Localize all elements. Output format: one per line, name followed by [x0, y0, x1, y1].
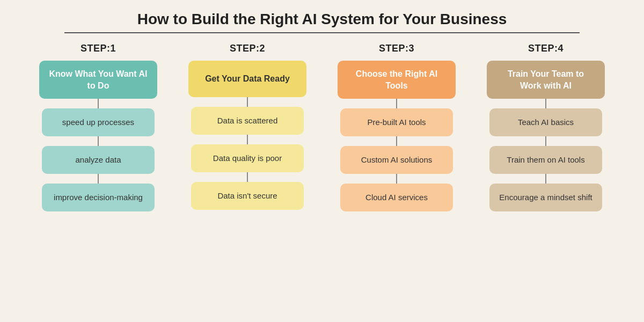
- step-main-box-3: Choose the Right AI Tools: [338, 61, 456, 99]
- connector-2-1: [247, 135, 248, 144]
- step-sub-box-4-1: Train them on AI tools: [489, 146, 602, 174]
- connector-3-0: [396, 99, 397, 108]
- step-sub-box-2-0: Data is scattered: [191, 107, 304, 135]
- step-label-2: STEP:2: [230, 43, 265, 54]
- connector-3-2: [396, 174, 397, 184]
- connector-1-2: [98, 174, 99, 184]
- step-main-box-1: Know What You Want AI to Do: [39, 61, 157, 99]
- step-column-4: STEP:4Train Your Team to Work with AITea…: [476, 43, 616, 211]
- step-sub-box-1-0: speed up processes: [42, 108, 155, 136]
- step-sub-box-2-1: Data quality is poor: [191, 144, 304, 172]
- step-label-4: STEP:4: [528, 43, 564, 54]
- step-sub-box-4-0: Teach AI basics: [489, 108, 602, 136]
- step-column-1: STEP:1Know What You Want AI to Dospeed u…: [28, 43, 168, 211]
- step-label-3: STEP:3: [379, 43, 414, 54]
- connector-1-0: [98, 99, 99, 108]
- step-sub-box-4-2: Encourage a mindset shift: [489, 184, 602, 211]
- connector-3-1: [396, 136, 397, 146]
- page-title: How to Build the Right AI System for You…: [137, 11, 507, 28]
- connector-2-0: [247, 97, 248, 107]
- step-main-box-2: Get Your Data Ready: [188, 61, 306, 97]
- step-sub-box-3-2: Cloud AI services: [340, 184, 453, 211]
- connector-4-2: [545, 174, 546, 184]
- connector-1-1: [98, 136, 99, 146]
- step-sub-box-3-0: Pre-built AI tools: [340, 108, 453, 136]
- step-sub-box-3-1: Custom AI solutions: [340, 146, 453, 174]
- step-main-box-4: Train Your Team to Work with AI: [487, 61, 605, 99]
- step-sub-box-1-2: improve decision-making: [42, 184, 155, 211]
- connector-2-2: [247, 172, 248, 182]
- step-sub-box-1-1: analyze data: [42, 146, 155, 174]
- steps-container: STEP:1Know What You Want AI to Dospeed u…: [16, 43, 628, 211]
- step-sub-box-2-2: Data isn't secure: [191, 182, 304, 210]
- connector-4-1: [545, 136, 546, 146]
- step-column-3: STEP:3Choose the Right AI ToolsPre-built…: [327, 43, 466, 211]
- step-column-2: STEP:2Get Your Data ReadyData is scatter…: [178, 43, 317, 211]
- title-divider: [64, 32, 580, 33]
- connector-4-0: [545, 99, 546, 108]
- step-label-1: STEP:1: [80, 43, 116, 54]
